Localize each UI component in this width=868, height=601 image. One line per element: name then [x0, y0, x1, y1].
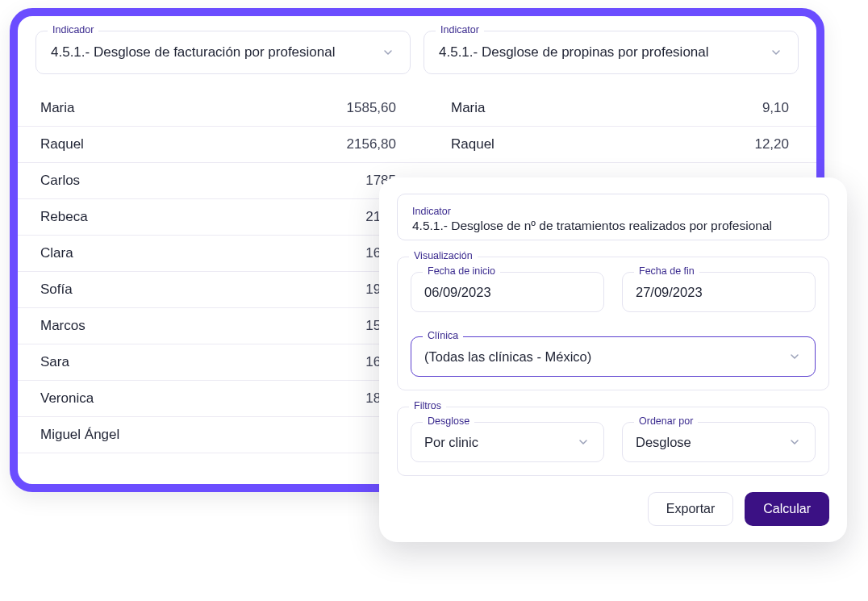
table-row: Rebeca2153 [18, 199, 419, 236]
breakdown-select[interactable]: Desglose Por clinic [411, 422, 604, 462]
row-name: Sofía [40, 282, 73, 298]
chevron-down-icon [786, 433, 803, 451]
table-row: Raquel2156,80 [18, 127, 419, 163]
sort-select-value: Desglose [636, 435, 691, 450]
row-name: Clara [40, 245, 73, 261]
date-from-input[interactable]: Fecha de inicio 06/09/2023 [411, 272, 604, 312]
left-column: Indicador 4.5.1.- Desglose de facturació… [35, 31, 411, 74]
table-row: Maria1585,60 [18, 90, 419, 127]
filters-group: Filtros Desglose Por clinic Ordenar por … [397, 407, 829, 476]
table-row: Clara1687 [18, 236, 419, 272]
row-name: Marcos [40, 318, 86, 334]
table-row: Miguel Ángel21 [18, 417, 419, 453]
sort-select[interactable]: Ordenar por Desglose [622, 422, 816, 462]
sort-select-label: Ordenar por [634, 415, 698, 427]
indicator-select-right[interactable]: Indicator 4.5.1.- Desglose de propinas p… [424, 31, 799, 74]
date-to-label: Fecha de fin [634, 265, 699, 277]
breakdown-select-label: Desglose [423, 415, 474, 427]
table-row: Sara1654 [18, 344, 419, 381]
actions-bar: Exportar Calcular [397, 492, 829, 526]
indicator-select-front-legend: Indicator [412, 206, 816, 217]
chevron-down-icon [379, 44, 397, 61]
date-to-value: 27/09/2023 [636, 285, 703, 300]
row-value: 9,10 [762, 100, 789, 116]
date-to-input[interactable]: Fecha de fin 27/09/2023 [622, 272, 816, 312]
chevron-down-icon [786, 348, 803, 365]
table-row: Raquel12,20 [419, 127, 816, 163]
table-row: Sofía1952 [18, 272, 419, 308]
row-value: 2156,80 [347, 136, 396, 152]
billing-table: Maria1585,60Raquel2156,80Carlos1785Rebec… [18, 90, 419, 453]
indicator-select-right-legend: Indicator [436, 24, 484, 35]
chevron-down-icon [767, 44, 785, 61]
date-from-value: 06/09/2023 [424, 285, 491, 300]
indicator-select-front-value: 4.5.1.- Desglose de nº de tratamientos r… [412, 219, 816, 233]
table-row: Veronica1843 [18, 381, 419, 417]
visualization-group-legend: Visualización [409, 250, 478, 261]
indicator-select-right-value: 4.5.1.- Desglose de propinas por profesi… [439, 44, 709, 61]
filters-group-legend: Filtros [409, 400, 446, 411]
row-name: Maria [40, 100, 75, 116]
row-name: Carlos [40, 173, 80, 189]
config-panel: Indicator 4.5.1.- Desglose de nº de trat… [379, 177, 847, 542]
row-name: Rebeca [40, 209, 88, 225]
row-name: Veronica [40, 390, 94, 407]
row-value: 12,20 [754, 136, 789, 152]
clinic-select-label: Clínica [423, 330, 463, 341]
table-row: Carlos1785 [18, 163, 419, 199]
row-name: Raquel [40, 136, 84, 152]
calculate-button[interactable]: Calcular [745, 492, 829, 526]
row-value: 1585,60 [347, 100, 396, 116]
indicator-select-front[interactable]: Indicator 4.5.1.- Desglose de nº de trat… [397, 194, 829, 240]
clinic-select[interactable]: Clínica (Todas las clínicas - México) [411, 336, 816, 377]
table-row: Marcos1532 [18, 308, 419, 344]
row-name: Sara [40, 354, 69, 370]
date-from-label: Fecha de inicio [423, 265, 500, 277]
clinic-select-value: (Todas las clínicas - México) [424, 349, 591, 365]
export-button[interactable]: Exportar [648, 492, 733, 526]
row-name: Raquel [451, 136, 495, 152]
visualization-group: Visualización Fecha de inicio 06/09/2023… [397, 257, 829, 390]
row-name: Maria [451, 100, 486, 116]
breakdown-select-value: Por clinic [424, 435, 478, 450]
indicator-select-left-legend: Indicador [48, 24, 98, 35]
row-name: Miguel Ángel [40, 427, 119, 443]
indicator-select-left[interactable]: Indicador 4.5.1.- Desglose de facturació… [35, 31, 411, 74]
tips-table: Maria9,10Raquel12,20 [419, 90, 816, 163]
indicator-select-left-value: 4.5.1.- Desglose de facturación por prof… [51, 44, 335, 61]
chevron-down-icon [574, 433, 592, 451]
table-row: Maria9,10 [419, 90, 816, 127]
right-column: Indicator 4.5.1.- Desglose de propinas p… [424, 31, 799, 74]
